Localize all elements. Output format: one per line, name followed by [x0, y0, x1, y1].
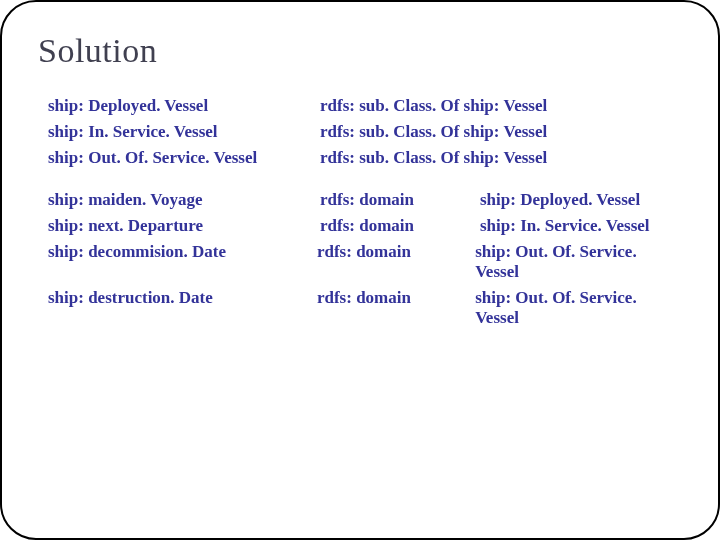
slide-frame: Solution ship: Deployed. Vessel rdfs: su…	[0, 0, 720, 540]
subject: ship: maiden. Voyage	[48, 190, 320, 210]
predicate: rdfs: domain	[317, 288, 475, 308]
object: ship: Out. Of. Service. Vessel	[475, 288, 682, 328]
predicate: rdfs: domain	[317, 242, 475, 262]
triple-row: ship: maiden. Voyage rdfs: domain ship: …	[48, 190, 682, 210]
predicate-object: rdfs: sub. Class. Of ship: Vessel	[320, 96, 547, 116]
triple-row: ship: Out. Of. Service. Vessel rdfs: sub…	[48, 148, 682, 168]
predicate: rdfs: domain	[320, 190, 480, 210]
subject: ship: Out. Of. Service. Vessel	[48, 148, 320, 168]
page-title: Solution	[38, 32, 682, 70]
subject: ship: Deployed. Vessel	[48, 96, 320, 116]
subject: ship: In. Service. Vessel	[48, 122, 320, 142]
subject: ship: decommision. Date	[48, 242, 317, 262]
predicate-object: rdfs: sub. Class. Of ship: Vessel	[320, 122, 547, 142]
triple-row: ship: Deployed. Vessel rdfs: sub. Class.…	[48, 96, 682, 116]
predicate-object: rdfs: sub. Class. Of ship: Vessel	[320, 148, 547, 168]
subject: ship: destruction. Date	[48, 288, 317, 308]
triple-row: ship: next. Departure rdfs: domain ship:…	[48, 216, 682, 236]
rdf-statements: ship: Deployed. Vessel rdfs: sub. Class.…	[38, 96, 682, 328]
triple-row: ship: decommision. Date rdfs: domain shi…	[48, 242, 682, 282]
object: ship: In. Service. Vessel	[480, 216, 650, 236]
group-separator	[48, 174, 682, 190]
triple-row: ship: destruction. Date rdfs: domain shi…	[48, 288, 682, 328]
object: ship: Out. Of. Service. Vessel	[475, 242, 682, 282]
predicate: rdfs: domain	[320, 216, 480, 236]
subject: ship: next. Departure	[48, 216, 320, 236]
object: ship: Deployed. Vessel	[480, 190, 640, 210]
triple-row: ship: In. Service. Vessel rdfs: sub. Cla…	[48, 122, 682, 142]
